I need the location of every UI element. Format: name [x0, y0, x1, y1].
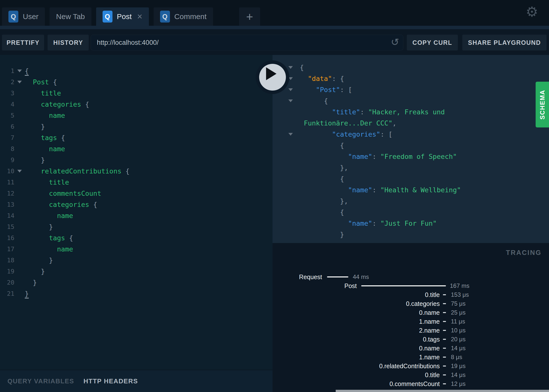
line-number: 10: [0, 168, 14, 175]
share-playground-button[interactable]: SHARE PLAYGROUND: [462, 35, 547, 50]
trace-label: 0.categories: [273, 300, 440, 307]
line-number: 18: [0, 257, 14, 264]
trace-value: 20 μs: [451, 336, 466, 343]
code-text: {: [25, 67, 29, 75]
response-line: {: [273, 95, 549, 106]
trace-dash-icon: [443, 374, 446, 375]
code-text: name: [25, 245, 73, 253]
query-line: 15 }: [0, 221, 273, 232]
code-text: categories {: [25, 100, 89, 108]
code-text: tags {: [25, 234, 73, 242]
trace-row: 1.name8 μs: [273, 353, 549, 362]
response-line: "name": "Just For Fun": [273, 218, 549, 229]
endpoint-url-input[interactable]: [91, 35, 403, 50]
response-line: ]: [273, 240, 549, 243]
query-line: 8 name: [0, 143, 273, 154]
code-text: name: [25, 212, 73, 220]
query-line: 11 title: [0, 177, 273, 188]
query-line: 5 name: [0, 110, 273, 121]
trace-value: 153 μs: [451, 291, 469, 298]
response-line: "categories": [: [273, 129, 549, 140]
code-text: },: [300, 164, 348, 172]
query-line: 3 title: [0, 88, 273, 99]
reload-icon[interactable]: ↺: [391, 37, 399, 47]
query-line: 21}: [0, 288, 273, 299]
response-pane: { "data": { "Post": [ { "title": "Hacker…: [273, 55, 549, 243]
trace-label: 0.name: [273, 309, 440, 316]
fold-icon[interactable]: [288, 88, 293, 91]
trace-label: 0.title: [273, 291, 440, 298]
code-text: {: [300, 208, 344, 216]
trace-value: 167 ms: [450, 282, 469, 289]
fold-icon[interactable]: [288, 66, 293, 69]
query-line: 13 categories {: [0, 199, 273, 210]
query-variables-tab[interactable]: QUERY VARIABLES: [7, 377, 74, 385]
line-number: 17: [0, 245, 14, 253]
copy-curl-button[interactable]: COPY CURL: [407, 35, 458, 50]
trace-label: Request: [273, 273, 322, 281]
fold-icon[interactable]: [288, 133, 293, 136]
trace-row: 0.relatedContributions19 μs: [273, 362, 549, 370]
trace-label: 0.commentsCount: [273, 380, 440, 388]
line-number: 6: [0, 123, 14, 130]
query-line: 9 }: [0, 154, 273, 166]
http-headers-tab[interactable]: HTTP HEADERS: [83, 377, 138, 385]
response-line: },: [273, 162, 549, 173]
response-line: "Post": [: [273, 84, 549, 95]
trace-value: 19 μs: [451, 363, 466, 369]
trace-bar: [361, 285, 446, 286]
line-number: 3: [0, 90, 14, 97]
code-text: {: [300, 175, 344, 183]
trace-value: 75 μs: [451, 300, 466, 307]
tab-new-tab[interactable]: New Tab: [50, 7, 91, 26]
trace-bar: [327, 276, 348, 277]
new-tab-button[interactable]: +: [239, 7, 260, 26]
line-number: 2: [0, 78, 14, 86]
query-line: 16 tags {: [0, 232, 273, 244]
trace-row: Request44 ms: [273, 272, 549, 281]
code-text: Funktionäre...Der CCC",: [300, 119, 396, 127]
tab-comment[interactable]: QComment: [154, 7, 213, 26]
execute-query-button[interactable]: [256, 60, 289, 94]
tab-label: Comment: [174, 12, 207, 21]
trace-value: 8 μs: [451, 354, 462, 361]
line-number: 7: [0, 134, 14, 141]
fold-gutter: [14, 70, 25, 72]
prettify-button[interactable]: PRETTIFY: [2, 35, 44, 50]
tab-post[interactable]: QPost×: [96, 7, 149, 26]
line-number: 20: [0, 279, 14, 286]
history-button[interactable]: HISTORY: [48, 35, 89, 50]
active-tab-band: [0, 26, 549, 29]
trace-label: 0.tags: [273, 336, 440, 343]
query-editor-pane[interactable]: 1{2 Post {3 title4 categories {5 name6 }…: [0, 55, 273, 370]
trace-row: Post167 ms: [273, 281, 549, 290]
fold-icon[interactable]: [288, 99, 293, 102]
settings-gear-icon[interactable]: ⚙: [526, 5, 538, 19]
plus-icon: +: [246, 10, 253, 24]
code-text: "name": "Health & Wellbeing": [300, 186, 461, 194]
tab-user[interactable]: QUser: [2, 7, 45, 26]
trace-dash-icon: [443, 383, 446, 384]
graphql-playground-window: QUserNew TabQPost×QComment + ⚙ PRETTIFY …: [0, 0, 549, 392]
horizontal-scrollbar[interactable]: [336, 390, 549, 392]
toolbar: PRETTIFY HISTORY ↺ COPY CURL SHARE PLAYG…: [0, 29, 549, 55]
schema-side-tab[interactable]: SCHEMA: [536, 82, 549, 127]
line-number: 15: [0, 223, 14, 230]
trace-dash-icon: [443, 330, 446, 331]
query-line: 14 name: [0, 210, 273, 221]
trace-row: 0.name25 μs: [273, 308, 549, 317]
fold-icon[interactable]: [17, 170, 22, 172]
close-tab-icon[interactable]: ×: [136, 12, 142, 21]
fold-icon[interactable]: [17, 70, 22, 72]
tab-label: User: [23, 12, 38, 21]
response-line: Funktionäre...Der CCC",: [273, 118, 549, 129]
query-line: 10 relatedContributions {: [0, 166, 273, 177]
trace-label: 1.name: [273, 354, 440, 361]
tracing-title: TRACING: [506, 249, 542, 257]
code-text: }: [25, 156, 45, 164]
trace-row: 0.tags20 μs: [273, 335, 549, 344]
fold-icon[interactable]: [17, 81, 22, 83]
code-text: }: [25, 268, 45, 275]
code-text: }: [25, 256, 53, 264]
line-number: 21: [0, 290, 14, 297]
